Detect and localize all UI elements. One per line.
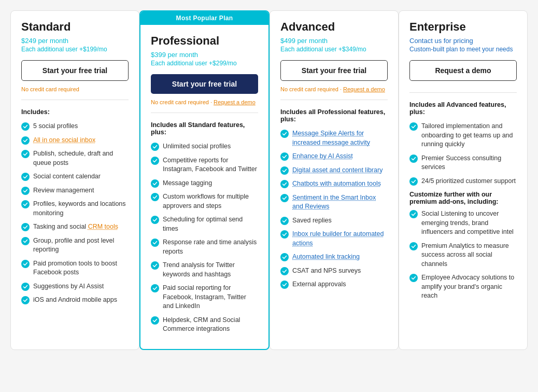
addon-text: Employee Advocacy solutions to amplify y… — [421, 273, 517, 301]
feature-item: Social content calendar — [21, 172, 129, 181]
feature-item: Review management — [21, 186, 129, 195]
feature-text: 24/5 prioritized customer support — [421, 177, 516, 186]
request-demo-link-professional[interactable]: Request a demo — [214, 99, 256, 105]
feature-check-icon — [151, 284, 159, 292]
feature-link[interactable]: Chatbots with automation tools — [292, 180, 381, 187]
feature-check-icon — [280, 130, 289, 138]
feature-item: Message tagging — [151, 179, 258, 188]
feature-item: Message Spike Alerts for increased messa… — [280, 129, 388, 147]
feature-text: Paid social reporting for Facebook, Inst… — [163, 284, 258, 311]
feature-link[interactable]: Digital asset and content library — [292, 166, 383, 174]
feature-check-icon — [409, 177, 418, 186]
feature-check-icon — [151, 261, 159, 270]
no-credit-advanced: No credit card required · Request a demo — [280, 86, 388, 92]
plan-header-advanced: Advanced$499 per monthEach additional us… — [270, 11, 398, 100]
feature-text: Automated link tracking — [292, 253, 360, 262]
feature-item: Tasking and social CRM tools — [21, 222, 129, 232]
cta-button-advanced[interactable]: Start your free trial — [280, 60, 388, 81]
feature-item: External approvals — [280, 280, 388, 289]
plan-header-professional: Professional$399 per monthEach additiona… — [140, 25, 268, 113]
feature-item: Chatbots with automation tools — [280, 179, 388, 189]
feature-check-icon — [280, 253, 289, 261]
request-demo-link-advanced[interactable]: Request a demo — [343, 86, 385, 92]
no-credit-professional: No credit card required · Request a demo — [151, 99, 258, 105]
feature-check-icon — [21, 237, 30, 245]
plan-card-standard: Standard$249 per monthEach additional us… — [10, 10, 139, 350]
feature-item: CSAT and NPS surveys — [280, 267, 388, 276]
features-title-standard: Includes: — [21, 108, 129, 116]
feature-check-icon — [151, 143, 159, 151]
feature-link[interactable]: Automated link tracking — [292, 253, 360, 260]
feature-item: Enhance by AI Assist — [280, 152, 388, 161]
feature-link[interactable]: Sentiment in the Smart Inbox and Reviews — [292, 194, 376, 211]
feature-text: Paid promotion tools to boost Facebook p… — [33, 259, 129, 277]
feature-check-icon — [21, 283, 30, 291]
feature-text: Review management — [33, 186, 94, 195]
feature-check-icon — [280, 152, 289, 161]
feature-link[interactable]: Enhance by AI Assist — [292, 152, 353, 160]
feature-text: Profiles, keywords and locations monitor… — [33, 200, 129, 218]
addon-check-icon — [409, 274, 418, 282]
addon-check-icon — [409, 242, 418, 250]
feature-text: Unlimited social profiles — [163, 142, 231, 151]
feature-link[interactable]: All in one social inbox — [33, 136, 95, 144]
feature-item: Sentiment in the Smart Inbox and Reviews — [280, 193, 388, 212]
cta-button-professional[interactable]: Start your free trial — [151, 74, 258, 94]
feature-check-icon — [151, 179, 159, 188]
feature-check-icon — [280, 281, 289, 289]
feature-check-icon — [151, 316, 159, 325]
plan-header-enterprise: EnterpriseContact us for pricingCustom-b… — [399, 11, 527, 92]
feature-text: Digital asset and content library — [292, 166, 383, 175]
plan-price-advanced: $499 per month — [280, 37, 388, 45]
feature-item: Paid social reporting for Facebook, Inst… — [151, 284, 258, 311]
feature-check-icon — [151, 239, 159, 247]
feature-link[interactable]: Inbox rule builder for automated actions — [292, 230, 384, 247]
feature-check-icon — [21, 187, 30, 195]
feature-text: Competitive reports for Instagram, Faceb… — [163, 156, 258, 174]
feature-text: Suggestions by AI Assist — [33, 282, 104, 291]
cta-button-enterprise[interactable]: Request a demo — [409, 60, 517, 81]
plan-price-sub-advanced: Each additional user +$349/mo — [280, 46, 388, 53]
plan-features-professional: Includes all Standard features, plus: Un… — [140, 113, 268, 349]
feature-item: Profiles, keywords and locations monitor… — [21, 200, 129, 218]
feature-text: Scheduling for optimal send times — [163, 215, 258, 233]
feature-item: Paid promotion tools to boost Facebook p… — [21, 259, 129, 277]
feature-text: Message Spike Alerts for increased messa… — [292, 129, 388, 147]
feature-text: Response rate and time analysis reports — [163, 238, 258, 256]
addon-item: Premium Analytics to measure success acr… — [409, 242, 517, 269]
feature-item: Publish, schedule, draft and queue posts — [21, 149, 129, 167]
feature-item: All in one social inbox — [21, 136, 129, 145]
plan-features-standard: Includes: 5 social profiles All in one s… — [11, 100, 139, 349]
feature-check-icon — [409, 155, 418, 163]
feature-item: Tailored implementation and onboarding t… — [409, 122, 517, 149]
feature-item: Response rate and time analysis reports — [151, 238, 258, 256]
feature-item: 5 social profiles — [21, 122, 129, 131]
feature-check-icon — [21, 223, 30, 231]
feature-item: 24/5 prioritized customer support — [409, 177, 517, 186]
plan-features-advanced: Includes all Professional features, plus… — [270, 100, 398, 349]
feature-text: Enhance by AI Assist — [292, 152, 353, 161]
feature-check-icon — [21, 260, 30, 268]
feature-link[interactable]: CRM tools — [88, 223, 118, 230]
feature-link[interactable]: Message Spike Alerts for increased messa… — [292, 130, 370, 146]
feature-check-icon — [151, 193, 159, 201]
addon-check-icon — [409, 210, 418, 218]
popular-badge: Most Popular Plan — [140, 11, 268, 25]
feature-text: Custom workflows for multiple approvers … — [163, 192, 258, 211]
feature-check-icon — [280, 180, 289, 188]
feature-text: CSAT and NPS surveys — [292, 267, 361, 276]
cta-button-standard[interactable]: Start your free trial — [21, 60, 129, 81]
feature-text: Tasking and social CRM tools — [33, 222, 118, 232]
feature-item: Suggestions by AI Assist — [21, 282, 129, 291]
feature-text: Inbox rule builder for automated actions — [292, 230, 388, 248]
feature-item: Helpdesk, CRM and Social Commerce integr… — [151, 316, 258, 334]
pricing-container: Standard$249 per monthEach additional us… — [10, 10, 528, 350]
plan-price-sub-enterprise: Custom-built plan to meet your needs — [409, 46, 517, 53]
feature-check-icon — [21, 200, 30, 208]
addon-item: Employee Advocacy solutions to amplify y… — [409, 273, 517, 301]
feature-check-icon — [280, 166, 289, 175]
feature-check-icon — [280, 230, 289, 239]
no-credit-standard: No credit card required — [21, 86, 129, 92]
feature-text: External approvals — [292, 280, 346, 289]
feature-item: Automated link tracking — [280, 253, 388, 262]
